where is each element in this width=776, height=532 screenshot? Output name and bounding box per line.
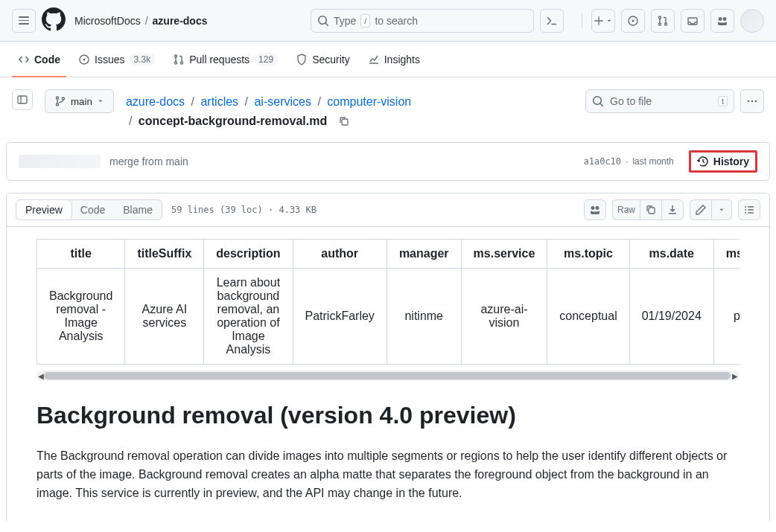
td-author: PatrickFarley	[293, 269, 387, 365]
issue-opened-icon	[627, 15, 639, 27]
github-logo[interactable]	[42, 7, 66, 33]
svg-point-17	[751, 100, 754, 103]
crumb-computer-vision[interactable]: computer-vision	[327, 95, 411, 108]
goto-file-key: t	[718, 96, 728, 106]
header-repo-context: MicrosoftDocs / azure-docs	[74, 15, 208, 27]
th-manager: manager	[387, 240, 461, 269]
scroll-right-arrow[interactable]: ▶	[732, 372, 738, 380]
history-button[interactable]: History	[689, 150, 757, 173]
table-header-row: title titleSuffix description author man…	[37, 240, 740, 269]
goto-file-input[interactable]: Go to file t	[585, 89, 734, 113]
svg-rect-19	[649, 208, 655, 214]
branch-select[interactable]: main	[45, 89, 114, 113]
scroll-left-arrow[interactable]: ◀	[38, 372, 44, 380]
crumb-current-file: concept-background-removal.md	[139, 115, 327, 127]
th-msdate: ms.date	[629, 240, 713, 269]
repo-link[interactable]: azure-docs	[153, 15, 208, 27]
svg-rect-15	[342, 119, 348, 125]
svg-point-13	[57, 103, 59, 106]
breadcrumb: azure-docs / articles / ai-services / co…	[126, 89, 573, 130]
git-pull-request-icon	[657, 15, 669, 27]
copilot-button[interactable]	[710, 9, 734, 33]
svg-rect-10	[18, 96, 27, 103]
outline-button[interactable]	[738, 199, 760, 220]
copy-icon	[645, 204, 657, 216]
tab-blame[interactable]: Blame	[114, 200, 162, 219]
tab-preview[interactable]: Preview	[16, 199, 72, 220]
crumb-ai-services[interactable]: ai-services	[254, 95, 311, 108]
edit-file-button[interactable]	[690, 199, 711, 220]
more-options-button[interactable]	[740, 89, 764, 113]
download-raw-button[interactable]	[661, 199, 684, 220]
file-tree-toggle[interactable]	[12, 89, 33, 110]
crumb-articles[interactable]: articles	[200, 95, 238, 108]
copy-path-button[interactable]	[335, 112, 353, 130]
tab-pull-requests-label: Pull requests	[189, 54, 249, 65]
article-paragraph: The Background removal operation can div…	[36, 447, 740, 502]
td-titlesuffix: Azure AI services	[125, 269, 204, 365]
hamburger-menu[interactable]	[12, 9, 36, 33]
tab-raw-code[interactable]: Code	[71, 200, 114, 219]
th-titlesuffix: titleSuffix	[125, 240, 204, 269]
avatar[interactable]	[740, 9, 764, 33]
blob-tab-group: Preview Code Blame	[16, 199, 162, 220]
pencil-icon	[695, 204, 707, 216]
svg-point-22	[745, 212, 746, 214]
svg-point-18	[755, 100, 757, 103]
slash: /	[145, 15, 148, 27]
list-unordered-icon	[743, 204, 755, 216]
tab-security-label: Security	[312, 54, 350, 65]
tab-insights[interactable]: Insights	[362, 42, 426, 77]
issues-button[interactable]	[621, 9, 645, 33]
svg-point-21	[745, 209, 746, 211]
command-palette-button[interactable]	[540, 9, 564, 33]
tab-insights-label: Insights	[384, 54, 420, 65]
code-icon	[18, 54, 30, 65]
copy-raw-button[interactable]	[640, 199, 661, 220]
horizontal-scrollbar[interactable]: ◀ ▶	[36, 371, 740, 381]
tab-code[interactable]: Code	[12, 42, 66, 77]
kebab-horizontal-icon	[746, 95, 758, 107]
goto-file-placeholder: Go to file	[610, 95, 712, 107]
search-icon	[317, 15, 329, 27]
crumb-root[interactable]: azure-docs	[126, 95, 185, 108]
create-new-button[interactable]	[591, 9, 615, 33]
sidebar-collapse-icon	[16, 94, 28, 106]
th-msauthor: ms.author	[713, 240, 740, 269]
copilot-file-button[interactable]	[584, 199, 606, 220]
commit-hash[interactable]: a1a0c10	[583, 156, 621, 167]
tab-issues[interactable]: Issues 3.3k	[72, 42, 161, 77]
inbox-icon	[687, 15, 699, 27]
svg-point-2	[659, 16, 661, 19]
edit-dropdown-button[interactable]	[711, 199, 732, 220]
frontmatter-table-wrapper: title titleSuffix description author man…	[36, 239, 740, 365]
copilot-icon	[589, 204, 601, 216]
notifications-button[interactable]	[681, 9, 705, 33]
file-box: Preview Code Blame 59 lines (39 loc) · 4…	[6, 193, 770, 520]
search-input[interactable]: Type / to search	[311, 9, 534, 33]
th-mstopic: ms.topic	[547, 240, 629, 269]
commit-date: last month	[632, 156, 673, 167]
svg-point-8	[175, 62, 177, 64]
td-title: Background removal - Image Analysis	[37, 269, 125, 365]
markdown-preview: title titleSuffix description author man…	[7, 227, 769, 520]
pull-requests-button[interactable]	[651, 9, 675, 33]
file-header: Preview Code Blame 59 lines (39 loc) · 4…	[7, 193, 769, 227]
plus-icon	[594, 16, 604, 26]
td-description: Learn about background removal, an opera…	[204, 269, 293, 365]
search-placeholder-left: Type	[334, 15, 356, 27]
raw-button[interactable]: Raw	[612, 199, 640, 220]
svg-point-4	[665, 23, 667, 25]
search-key: /	[360, 14, 370, 28]
th-description: description	[204, 240, 293, 269]
commit-message[interactable]: merge from main	[109, 156, 574, 167]
tab-pull-requests[interactable]: Pull requests 129	[167, 42, 284, 77]
owner-link[interactable]: MicrosoftDocs	[74, 15, 141, 27]
td-msservice: azure-ai-vision	[461, 269, 547, 365]
scroll-thumb[interactable]	[44, 372, 731, 379]
search-placeholder-right: to search	[375, 15, 418, 27]
tab-code-label: Code	[34, 54, 60, 65]
three-bars-icon	[19, 16, 29, 25]
svg-point-14	[63, 97, 65, 100]
tab-security[interactable]: Security	[290, 42, 356, 77]
